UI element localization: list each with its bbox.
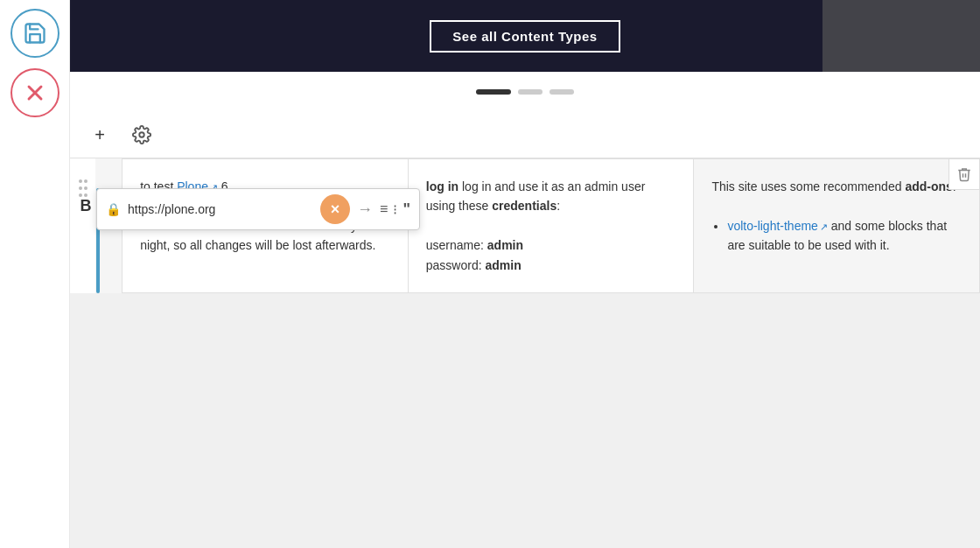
url-input[interactable]: [128, 202, 313, 216]
see-all-button[interactable]: See all Content Types: [430, 20, 620, 53]
url-navigate-button[interactable]: →: [357, 200, 373, 219]
content-area: B 🔒 × → ≡ ⁝ ": [70, 158, 980, 293]
col2-colon: :: [556, 199, 560, 213]
url-format-buttons: ≡ ⁝ ": [380, 200, 410, 219]
hero-area: See all Content Types: [70, 0, 980, 72]
url-editor: 🔒 × → ≡ ⁝ ": [96, 188, 420, 230]
col2-password-value: admin: [485, 258, 521, 272]
svg-point-4: [84, 179, 88, 183]
column-2: log in log in and use it as an admin use…: [409, 158, 695, 293]
drag-handle[interactable]: [70, 158, 95, 293]
col2-credentials-label: credentials: [492, 199, 556, 213]
carousel-dot-2[interactable]: [518, 89, 542, 95]
col2-username-label: username:: [426, 238, 487, 252]
col3-volto-link[interactable]: volto-light-theme: [727, 219, 818, 233]
main-content: See all Content Types + B: [70, 0, 980, 548]
settings-button[interactable]: [126, 119, 158, 151]
list-icon[interactable]: ≡: [380, 201, 388, 217]
sidebar: [0, 0, 70, 548]
url-close-button[interactable]: ×: [320, 194, 350, 224]
col3-addons-label: add-ons: [905, 179, 952, 193]
delete-button[interactable]: [948, 158, 980, 190]
carousel-dot-3[interactable]: [550, 89, 574, 95]
gear-icon: [132, 125, 151, 144]
add-block-button[interactable]: +: [84, 119, 116, 151]
close-button[interactable]: [10, 68, 60, 117]
col2-password-label: password:: [426, 258, 486, 272]
lock-icon: 🔒: [106, 202, 121, 216]
carousel-dot-1[interactable]: [476, 89, 511, 95]
toolbar: +: [70, 112, 980, 158]
carousel-dots: [70, 72, 980, 112]
bullet-list-icon[interactable]: ⁝: [393, 201, 397, 218]
close-icon: [23, 81, 47, 105]
hero-image: [822, 0, 980, 72]
svg-point-3: [79, 179, 82, 183]
save-icon: [23, 21, 47, 46]
quote-icon[interactable]: ": [402, 200, 410, 219]
trash-icon: [956, 166, 972, 182]
col3-external-icon: ↗: [820, 221, 828, 232]
svg-point-2: [139, 132, 144, 137]
col2-username-value: admin: [487, 238, 523, 252]
column-3: This site uses some recommended add-ons:…: [694, 158, 980, 293]
col2-login-label: log in: [426, 179, 458, 193]
col3-intro-text: This site uses some recommended: [711, 179, 905, 193]
save-button[interactable]: [10, 9, 60, 58]
